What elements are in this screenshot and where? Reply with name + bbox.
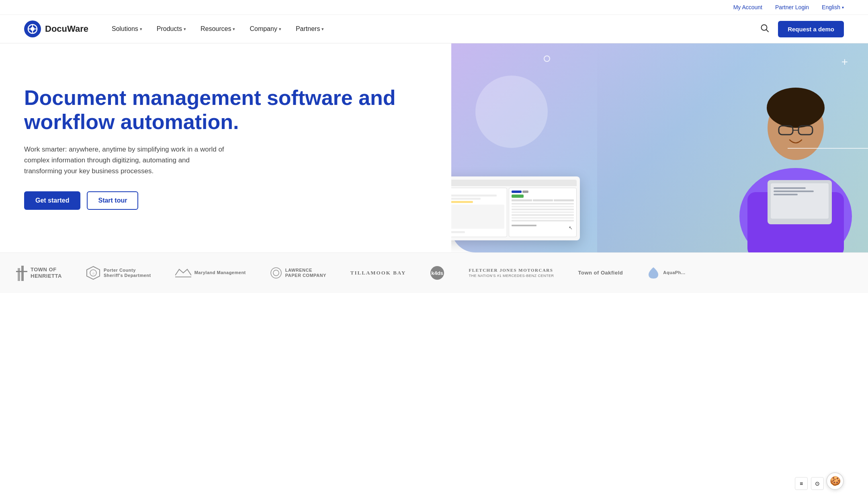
mockup-row-2 — [512, 206, 574, 207]
mockup-th-3 — [554, 199, 574, 201]
client-logo-henrietta: TOWN OFHENRIETTA — [16, 265, 62, 281]
mockup-rows — [512, 203, 574, 226]
hero-divider-line — [788, 148, 868, 149]
search-button[interactable] — [758, 21, 772, 37]
logo-link[interactable]: DocuWare — [24, 20, 88, 37]
client-logo-k4ds: k4ds — [430, 266, 444, 280]
language-chevron-icon: ▾ — [842, 5, 844, 10]
svg-rect-20 — [16, 271, 27, 272]
maryland-logo-icon — [175, 267, 191, 279]
top-bar: My Account Partner Login English ▾ — [0, 0, 868, 15]
henrietta-logo-text: TOWN OFHENRIETTA — [31, 266, 62, 279]
svg-rect-17 — [774, 194, 798, 195]
client-logo-fletcher: FLETCHER JONES MOTORCARSTHE NATION'S #1 … — [469, 268, 554, 278]
k4ds-logo-icon: k4ds — [430, 266, 444, 280]
aquaph-text: AquaPh... — [663, 270, 685, 275]
language-selector[interactable]: English ▾ — [822, 4, 844, 10]
nav-item-resources[interactable]: Resources ▾ — [193, 22, 242, 36]
get-started-button[interactable]: Get started — [24, 191, 80, 210]
tillamook-text: TILLAMOOK BAY — [350, 270, 406, 276]
mockup-main-area — [451, 205, 504, 229]
mockup-right-btn-2 — [522, 191, 528, 193]
clients-track: TOWN OFHENRIETTA ☆ Porter CountySheriff'… — [16, 265, 852, 281]
porter-county-text: Porter CountySheriff's Department — [104, 268, 151, 278]
hero-buttons: Get started Start tour — [24, 191, 427, 210]
products-chevron-icon: ▾ — [184, 27, 186, 32]
mockup-field-2 — [451, 198, 481, 200]
mockup-th-1 — [512, 199, 532, 201]
fletcher-text: FLETCHER JONES MOTORCARSTHE NATION'S #1 … — [469, 268, 554, 278]
svg-text:k4ds: k4ds — [432, 270, 444, 276]
software-mockup: ↖ — [451, 176, 580, 240]
clients-bar: TOWN OFHENRIETTA ☆ Porter CountySheriff'… — [0, 252, 868, 293]
person-svg — [715, 47, 868, 252]
company-label: Company — [250, 25, 277, 33]
products-label: Products — [157, 25, 182, 33]
client-logo-lawrence: LAWRENCEPAPER COMPANY — [270, 267, 326, 279]
client-logo-maryland: Maryland Management — [175, 267, 246, 279]
hero-decorative-circle — [475, 76, 548, 148]
mockup-right-btn-1 — [512, 191, 522, 193]
company-chevron-icon: ▾ — [279, 27, 281, 32]
mockup-right-toolbar — [512, 191, 574, 193]
client-logo-tillamook: TILLAMOOK BAY — [350, 270, 406, 276]
nav-item-partners[interactable]: Partners ▾ — [289, 22, 331, 36]
mockup-row-1 — [512, 203, 574, 205]
svg-point-26 — [273, 270, 279, 276]
svg-rect-15 — [774, 187, 806, 189]
hero-visual: + — [451, 43, 868, 252]
lawrence-text: LAWRENCEPAPER COMPANY — [285, 268, 326, 278]
svg-rect-16 — [774, 191, 814, 192]
hero-description: Work smarter: anywhere, anytime by simpl… — [24, 144, 225, 177]
mockup-row-6 — [512, 217, 574, 219]
mockup-field-3 — [451, 231, 465, 233]
mockup-row-4 — [512, 211, 574, 213]
svg-line-5 — [766, 29, 769, 32]
nav-links: Solutions ▾ Products ▾ Resources ▾ Compa… — [104, 22, 758, 36]
partners-label: Partners — [296, 25, 320, 33]
nav-item-products[interactable]: Products ▾ — [149, 22, 193, 36]
svg-point-9 — [767, 88, 825, 128]
nav-item-solutions[interactable]: Solutions ▾ — [104, 22, 149, 36]
mockup-titlebar — [451, 180, 577, 186]
solutions-chevron-icon: ▾ — [140, 27, 142, 32]
resources-label: Resources — [201, 25, 231, 33]
client-logo-aquaph: AquaPh... — [647, 266, 685, 279]
my-account-link[interactable]: My Account — [733, 4, 762, 10]
hero-title: Document management software and workflo… — [24, 86, 427, 134]
porter-county-logo-icon: ☆ — [86, 266, 100, 280]
mockup-row-3 — [512, 209, 574, 210]
language-label: English — [822, 4, 840, 10]
nav-right: Request a demo — [758, 21, 844, 37]
solutions-label: Solutions — [112, 25, 138, 33]
client-logo-oakfield: Town of Oakfield — [578, 270, 623, 276]
mockup-field-1 — [451, 195, 496, 197]
start-tour-button[interactable]: Start tour — [87, 191, 138, 210]
partner-login-link[interactable]: Partner Login — [775, 4, 809, 10]
mockup-th-2 — [533, 199, 553, 201]
mockup-green-bar — [512, 195, 524, 198]
mockup-table-header — [512, 199, 574, 201]
svg-rect-19 — [21, 266, 24, 281]
partners-chevron-icon: ▾ — [321, 27, 324, 32]
resources-chevron-icon: ▾ — [233, 27, 235, 32]
svg-text:☆: ☆ — [92, 272, 94, 275]
logo-text: DocuWare — [45, 24, 88, 34]
maryland-text: Maryland Management — [194, 270, 246, 275]
nav-item-company[interactable]: Company ▾ — [242, 22, 288, 36]
mockup-toolbar — [451, 191, 504, 193]
svg-point-25 — [271, 268, 281, 278]
henrietta-logo-icon — [16, 265, 27, 281]
mockup-body — [451, 188, 577, 237]
mockup-row-bottom — [512, 225, 536, 226]
svg-rect-18 — [18, 268, 20, 281]
lawrence-logo-icon — [270, 267, 282, 279]
request-demo-button[interactable]: Request a demo — [778, 21, 844, 37]
mockup-left-panel — [451, 188, 507, 237]
aquaph-logo-icon — [647, 266, 660, 279]
logo-icon — [24, 20, 41, 37]
hero-content: Document management software and workflo… — [0, 62, 451, 234]
mockup-field-yellow — [451, 201, 473, 203]
mockup-right-panel — [509, 188, 577, 237]
client-logo-porter-county: ☆ Porter CountySheriff's Department — [86, 266, 151, 280]
